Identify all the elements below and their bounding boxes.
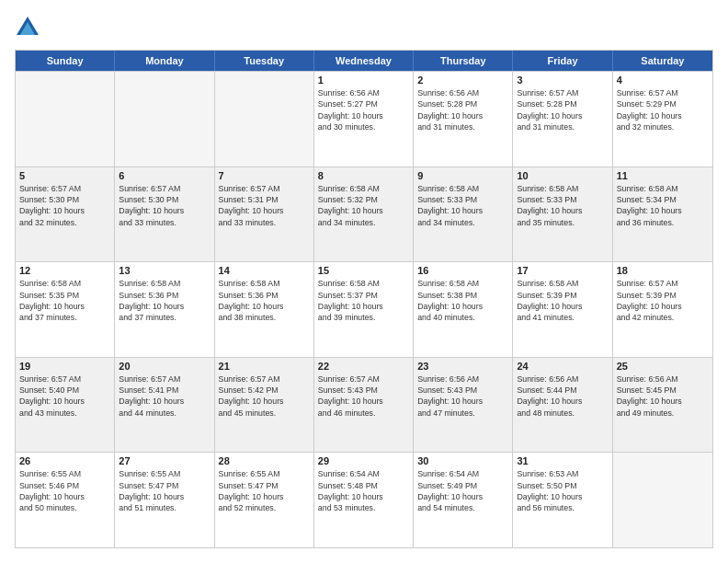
day-number: 18 (617, 265, 709, 276)
cal-cell: 19Sunrise: 6:57 AM Sunset: 5:40 PM Dayli… (16, 358, 115, 453)
day-info: Sunrise: 6:53 AM Sunset: 5:50 PM Dayligh… (517, 468, 608, 513)
day-info: Sunrise: 6:55 AM Sunset: 5:47 PM Dayligh… (219, 468, 310, 513)
cal-cell: 15Sunrise: 6:58 AM Sunset: 5:37 PM Dayli… (314, 262, 414, 357)
calendar-row-1: 5Sunrise: 6:57 AM Sunset: 5:30 PM Daylig… (16, 167, 712, 262)
day-info: Sunrise: 6:57 AM Sunset: 5:28 PM Dayligh… (517, 87, 608, 132)
header-cell-wednesday: Wednesday (314, 51, 414, 71)
cal-cell: 17Sunrise: 6:58 AM Sunset: 5:39 PM Dayli… (513, 262, 612, 357)
day-info: Sunrise: 6:58 AM Sunset: 5:33 PM Dayligh… (417, 183, 508, 228)
day-number: 11 (617, 170, 709, 181)
cal-cell: 14Sunrise: 6:58 AM Sunset: 5:36 PM Dayli… (215, 262, 314, 357)
day-info: Sunrise: 6:57 AM Sunset: 5:30 PM Dayligh… (19, 183, 110, 228)
day-number: 5 (19, 170, 110, 181)
cal-cell: 23Sunrise: 6:56 AM Sunset: 5:43 PM Dayli… (414, 358, 513, 453)
cal-cell: 3Sunrise: 6:57 AM Sunset: 5:28 PM Daylig… (513, 72, 612, 167)
day-number: 20 (119, 361, 210, 372)
day-number: 26 (19, 455, 110, 466)
cal-cell: 2Sunrise: 6:56 AM Sunset: 5:28 PM Daylig… (414, 72, 513, 167)
header-cell-thursday: Thursday (414, 51, 513, 71)
day-info: Sunrise: 6:56 AM Sunset: 5:43 PM Dayligh… (417, 373, 508, 419)
cal-cell: 26Sunrise: 6:55 AM Sunset: 5:46 PM Dayli… (16, 453, 115, 547)
calendar-row-3: 19Sunrise: 6:57 AM Sunset: 5:40 PM Dayli… (16, 357, 712, 453)
day-number: 7 (219, 170, 310, 181)
day-info: Sunrise: 6:57 AM Sunset: 5:41 PM Dayligh… (119, 373, 210, 419)
logo-icon (15, 15, 40, 40)
cal-cell: 24Sunrise: 6:56 AM Sunset: 5:44 PM Dayli… (513, 358, 612, 453)
day-number: 25 (617, 361, 709, 372)
day-number: 16 (417, 265, 508, 276)
day-number: 24 (517, 361, 608, 372)
cal-cell: 28Sunrise: 6:55 AM Sunset: 5:47 PM Dayli… (215, 453, 314, 547)
day-info: Sunrise: 6:58 AM Sunset: 5:33 PM Dayligh… (517, 183, 608, 228)
cal-cell: 27Sunrise: 6:55 AM Sunset: 5:47 PM Dayli… (115, 453, 214, 547)
logo (15, 15, 44, 40)
day-number: 21 (219, 361, 310, 372)
cal-cell: 6Sunrise: 6:57 AM Sunset: 5:30 PM Daylig… (115, 167, 214, 262)
calendar-header: SundayMondayTuesdayWednesdayThursdayFrid… (16, 51, 712, 71)
header (15, 15, 713, 40)
cal-cell: 12Sunrise: 6:58 AM Sunset: 5:35 PM Dayli… (16, 262, 115, 357)
day-number: 30 (417, 455, 508, 466)
day-number: 14 (219, 265, 310, 276)
header-cell-tuesday: Tuesday (215, 51, 314, 71)
day-number: 9 (417, 170, 508, 181)
cal-cell: 5Sunrise: 6:57 AM Sunset: 5:30 PM Daylig… (16, 167, 115, 262)
calendar-row-0: 1Sunrise: 6:56 AM Sunset: 5:27 PM Daylig… (16, 71, 712, 167)
cal-cell: 16Sunrise: 6:58 AM Sunset: 5:38 PM Dayli… (414, 262, 513, 357)
day-info: Sunrise: 6:56 AM Sunset: 5:45 PM Dayligh… (617, 373, 709, 419)
day-info: Sunrise: 6:58 AM Sunset: 5:35 PM Dayligh… (19, 278, 110, 323)
day-info: Sunrise: 6:58 AM Sunset: 5:32 PM Dayligh… (318, 183, 409, 228)
day-number: 1 (318, 75, 409, 86)
header-cell-friday: Friday (513, 51, 612, 71)
calendar: SundayMondayTuesdayWednesdayThursdayFrid… (15, 50, 713, 548)
day-number: 29 (318, 455, 409, 466)
cal-cell: 21Sunrise: 6:57 AM Sunset: 5:42 PM Dayli… (215, 358, 314, 453)
day-info: Sunrise: 6:56 AM Sunset: 5:44 PM Dayligh… (517, 373, 608, 419)
day-info: Sunrise: 6:57 AM Sunset: 5:39 PM Dayligh… (617, 278, 709, 323)
day-info: Sunrise: 6:58 AM Sunset: 5:37 PM Dayligh… (318, 278, 409, 323)
day-number: 15 (318, 265, 409, 276)
day-info: Sunrise: 6:54 AM Sunset: 5:48 PM Dayligh… (318, 468, 409, 513)
day-number: 8 (318, 170, 409, 181)
day-info: Sunrise: 6:57 AM Sunset: 5:43 PM Dayligh… (318, 373, 409, 419)
calendar-body: 1Sunrise: 6:56 AM Sunset: 5:27 PM Daylig… (16, 71, 712, 547)
day-info: Sunrise: 6:54 AM Sunset: 5:49 PM Dayligh… (417, 468, 508, 513)
cal-cell: 10Sunrise: 6:58 AM Sunset: 5:33 PM Dayli… (513, 167, 612, 262)
cal-cell: 13Sunrise: 6:58 AM Sunset: 5:36 PM Dayli… (115, 262, 214, 357)
calendar-row-4: 26Sunrise: 6:55 AM Sunset: 5:46 PM Dayli… (16, 452, 712, 547)
day-number: 4 (617, 75, 709, 86)
day-info: Sunrise: 6:58 AM Sunset: 5:38 PM Dayligh… (417, 278, 508, 323)
day-number: 31 (517, 455, 608, 466)
day-number: 2 (417, 75, 508, 86)
day-info: Sunrise: 6:56 AM Sunset: 5:27 PM Dayligh… (318, 87, 409, 132)
day-info: Sunrise: 6:55 AM Sunset: 5:46 PM Dayligh… (19, 468, 110, 513)
header-cell-sunday: Sunday (16, 51, 115, 71)
cal-cell: 1Sunrise: 6:56 AM Sunset: 5:27 PM Daylig… (314, 72, 414, 167)
cal-cell: 29Sunrise: 6:54 AM Sunset: 5:48 PM Dayli… (314, 453, 414, 547)
cal-cell: 25Sunrise: 6:56 AM Sunset: 5:45 PM Dayli… (613, 358, 712, 453)
day-info: Sunrise: 6:57 AM Sunset: 5:30 PM Dayligh… (119, 183, 210, 228)
day-info: Sunrise: 6:58 AM Sunset: 5:36 PM Dayligh… (119, 278, 210, 323)
day-info: Sunrise: 6:58 AM Sunset: 5:34 PM Dayligh… (617, 183, 709, 228)
day-number: 23 (417, 361, 508, 372)
header-cell-monday: Monday (115, 51, 214, 71)
cal-cell: 4Sunrise: 6:57 AM Sunset: 5:29 PM Daylig… (613, 72, 712, 167)
cal-cell: 18Sunrise: 6:57 AM Sunset: 5:39 PM Dayli… (613, 262, 712, 357)
day-info: Sunrise: 6:57 AM Sunset: 5:29 PM Dayligh… (617, 87, 709, 132)
day-info: Sunrise: 6:57 AM Sunset: 5:42 PM Dayligh… (219, 373, 310, 419)
day-info: Sunrise: 6:56 AM Sunset: 5:28 PM Dayligh… (417, 87, 508, 132)
header-cell-saturday: Saturday (613, 51, 712, 71)
cal-cell (215, 72, 314, 167)
day-number: 28 (219, 455, 310, 466)
day-number: 6 (119, 170, 210, 181)
cal-cell: 8Sunrise: 6:58 AM Sunset: 5:32 PM Daylig… (314, 167, 414, 262)
cal-cell: 9Sunrise: 6:58 AM Sunset: 5:33 PM Daylig… (414, 167, 513, 262)
day-number: 19 (19, 361, 110, 372)
cal-cell (115, 72, 214, 167)
day-number: 17 (517, 265, 608, 276)
day-number: 12 (19, 265, 110, 276)
calendar-row-2: 12Sunrise: 6:58 AM Sunset: 5:35 PM Dayli… (16, 261, 712, 357)
cal-cell (613, 453, 712, 547)
day-number: 13 (119, 265, 210, 276)
day-number: 10 (517, 170, 608, 181)
